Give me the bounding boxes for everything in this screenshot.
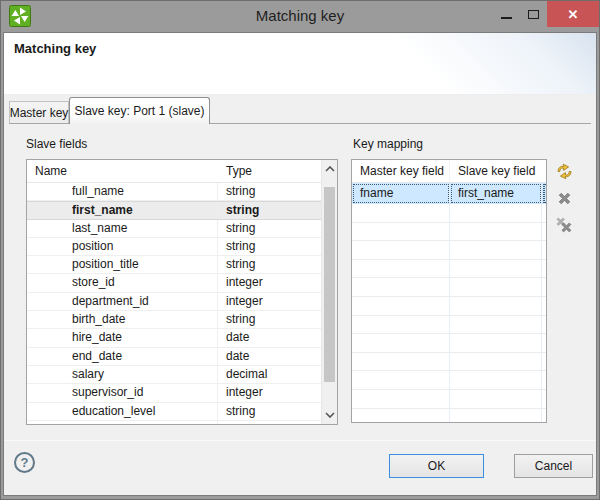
key-mapping-empty-row[interactable] xyxy=(352,278,546,297)
slave-field-row[interactable]: department_idinteger xyxy=(27,293,321,311)
slave-key-field xyxy=(450,260,542,278)
field-name: store_id xyxy=(27,274,218,291)
field-name: hire_date xyxy=(27,329,218,346)
slave-key-field xyxy=(450,390,542,408)
slave-field-row[interactable]: hire_datedate xyxy=(27,329,321,347)
key-mapping-empty-row[interactable] xyxy=(352,241,546,260)
column-header-slave-key-field[interactable]: Slave key field xyxy=(450,160,546,182)
key-mapping-empty-row[interactable] xyxy=(352,223,546,242)
field-type: integer xyxy=(218,274,321,291)
delete-icon xyxy=(556,190,573,207)
delete-all-mappings-button[interactable] xyxy=(555,216,573,234)
field-name: birth_date xyxy=(27,311,218,328)
row-filler xyxy=(542,371,546,389)
slave-fields-table: Name Type full_namestringfirst_namestrin… xyxy=(26,159,338,425)
slave-fields-body: full_namestringfirst_namestringlast_name… xyxy=(27,183,321,424)
scroll-up-icon[interactable] xyxy=(322,161,337,177)
slave-key-field xyxy=(450,204,542,222)
field-name: supervisor_id xyxy=(27,384,218,401)
slave-fields-header: Name Type xyxy=(27,160,337,183)
slave-field-row[interactable]: salarydecimal xyxy=(27,366,321,384)
slave-key-field xyxy=(450,241,542,259)
slave-field-row[interactable]: position_titlestring xyxy=(27,256,321,274)
row-filler xyxy=(542,409,546,422)
field-name: department_id xyxy=(27,293,218,310)
field-type: integer xyxy=(218,384,321,401)
key-mapping-header: Master key field Slave key field xyxy=(352,160,546,183)
slave-field-row[interactable]: first_namestring xyxy=(27,201,321,219)
field-name: position xyxy=(27,238,218,255)
close-button[interactable]: ✕ xyxy=(547,1,599,27)
key-mapping-row[interactable]: fnamefirst_name xyxy=(352,183,546,204)
field-name: salary xyxy=(27,366,218,383)
tab-master-key[interactable]: Master key xyxy=(9,101,69,123)
slave-field-row[interactable]: education_levelstring xyxy=(27,403,321,421)
key-mapping-empty-row[interactable] xyxy=(352,371,546,390)
tab-label: Master key xyxy=(10,106,69,120)
slave-field-row[interactable]: end_datedate xyxy=(27,348,321,366)
minimize-button[interactable] xyxy=(493,1,520,27)
master-key-field xyxy=(352,334,450,352)
slave-key-field xyxy=(450,353,542,371)
cancel-button[interactable]: Cancel xyxy=(514,454,593,478)
row-filler xyxy=(542,204,546,222)
dialog-header: Matching key xyxy=(4,33,597,95)
tab-label: Slave key: Port 1 (slave) xyxy=(74,104,204,118)
slave-fields-scrollbar[interactable] xyxy=(321,160,337,424)
slave-field-row[interactable] xyxy=(27,421,321,424)
ok-button[interactable]: OK xyxy=(389,454,484,478)
row-filler xyxy=(542,297,546,315)
titlebar[interactable]: Matching key ✕ xyxy=(1,1,599,32)
master-key-field xyxy=(352,353,450,371)
auto-map-icon xyxy=(556,163,573,180)
slave-field-row[interactable]: supervisor_idinteger xyxy=(27,384,321,402)
field-name: end_date xyxy=(27,348,218,365)
scroll-down-icon[interactable] xyxy=(322,407,337,423)
field-type xyxy=(218,421,321,424)
master-key-field xyxy=(352,371,450,389)
slave-field-row[interactable]: last_namestring xyxy=(27,220,321,238)
slave-field-row[interactable]: full_namestring xyxy=(27,183,321,201)
auto-map-button[interactable] xyxy=(555,162,573,180)
slave-key-field xyxy=(450,334,542,352)
slave-field-row[interactable]: birth_datestring xyxy=(27,311,321,329)
key-mapping-empty-row[interactable] xyxy=(352,334,546,353)
key-mapping-empty-row[interactable] xyxy=(352,409,546,422)
key-mapping-empty-row[interactable] xyxy=(352,390,546,409)
field-type: string xyxy=(218,256,321,273)
row-filler xyxy=(542,334,546,352)
slave-key-field xyxy=(450,409,542,422)
help-icon: ? xyxy=(21,455,29,470)
slave-field-row[interactable]: positionstring xyxy=(27,238,321,256)
field-name: first_name xyxy=(27,202,218,218)
master-key-field xyxy=(352,260,450,278)
scrollbar-thumb[interactable] xyxy=(324,187,335,382)
column-header-name[interactable]: Name xyxy=(27,160,218,182)
slave-key-field xyxy=(450,316,542,334)
maximize-button[interactable] xyxy=(520,1,547,27)
slave-field-row[interactable]: store_idinteger xyxy=(27,274,321,292)
column-header-type[interactable]: Type xyxy=(218,160,337,182)
master-key-field: fname xyxy=(352,183,450,204)
slave-key-field: first_name xyxy=(450,183,542,204)
row-filler xyxy=(542,390,546,408)
delete-mapping-button[interactable] xyxy=(555,189,573,207)
key-mapping-empty-row[interactable] xyxy=(352,204,546,223)
field-type: string xyxy=(218,311,321,328)
key-mapping-empty-row[interactable] xyxy=(352,297,546,316)
row-filler xyxy=(542,260,546,278)
column-header-master-key-field[interactable]: Master key field xyxy=(352,160,450,182)
key-mapping-empty-row[interactable] xyxy=(352,260,546,279)
tab-slave-key[interactable]: Slave key: Port 1 (slave) xyxy=(69,97,210,124)
master-key-field xyxy=(352,241,450,259)
key-mapping-empty-row[interactable] xyxy=(352,316,546,335)
field-type: decimal xyxy=(218,366,321,383)
row-filler xyxy=(542,316,546,334)
key-mapping-label: Key mapping xyxy=(353,137,423,151)
dialog-window: Matching key ✕ Matching key Master key S… xyxy=(0,0,600,500)
field-name: education_level xyxy=(27,403,218,420)
help-button[interactable]: ? xyxy=(14,452,35,473)
key-mapping-empty-row[interactable] xyxy=(352,353,546,372)
slave-key-field xyxy=(450,297,542,315)
minimize-icon xyxy=(501,17,512,19)
